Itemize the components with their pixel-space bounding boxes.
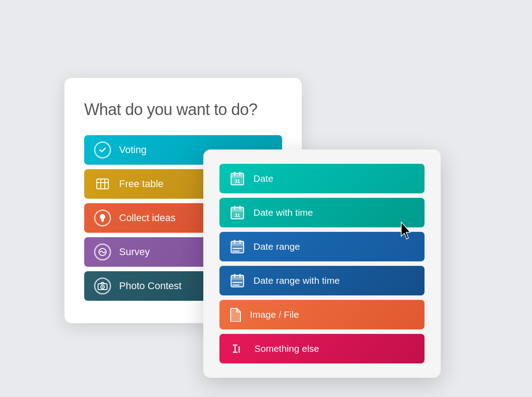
calendar-date-icon: 31 xyxy=(229,171,245,187)
option-date-range-time[interactable]: Date range with time xyxy=(219,266,425,295)
option-date-range-time-label: Date range with time xyxy=(253,275,340,286)
svg-rect-4 xyxy=(101,220,104,221)
option-survey-label: Survey xyxy=(119,246,150,258)
option-collect-label: Collect ideas xyxy=(119,212,176,224)
option-date-time-label: Date with time xyxy=(253,207,313,218)
file-icon xyxy=(229,307,242,322)
option-date-time[interactable]: 31 Date with time xyxy=(219,198,425,227)
calendar-rangetime-icon xyxy=(229,273,245,289)
svg-rect-11 xyxy=(231,173,244,178)
svg-point-9 xyxy=(102,286,103,287)
svg-rect-0 xyxy=(97,179,108,189)
svg-rect-16 xyxy=(231,207,244,212)
front-card: 31 Date 31 Date with xyxy=(203,149,441,378)
calendar-datetime-icon: 31 xyxy=(229,205,245,221)
text-cursor-icon xyxy=(229,340,246,357)
svg-text:31: 31 xyxy=(235,179,240,184)
survey-icon xyxy=(94,243,111,260)
option-voting-label: Voting xyxy=(119,144,146,156)
option-date-label: Date xyxy=(253,173,273,184)
calendar-range-icon xyxy=(229,239,245,255)
check-circle-icon xyxy=(94,141,111,158)
option-image-label: Image / File xyxy=(250,309,299,320)
back-card-title: What do you want to do? xyxy=(84,100,282,119)
svg-rect-5 xyxy=(102,221,103,222)
option-something[interactable]: Something else xyxy=(219,334,425,363)
option-date-range-label: Date range xyxy=(253,241,300,252)
svg-text:31: 31 xyxy=(235,213,240,218)
lightbulb-icon xyxy=(94,209,111,226)
option-freetable-label: Free table xyxy=(119,178,163,190)
option-date[interactable]: 31 Date xyxy=(219,164,425,193)
option-something-label: Something else xyxy=(254,343,319,354)
table-icon xyxy=(94,175,111,192)
camera-icon xyxy=(94,277,111,295)
svg-rect-21 xyxy=(231,241,244,246)
option-photo-label: Photo Contest xyxy=(119,280,181,292)
option-date-range[interactable]: Date range xyxy=(219,232,425,261)
option-image[interactable]: Image / File xyxy=(219,300,425,329)
svg-rect-27 xyxy=(231,275,244,280)
